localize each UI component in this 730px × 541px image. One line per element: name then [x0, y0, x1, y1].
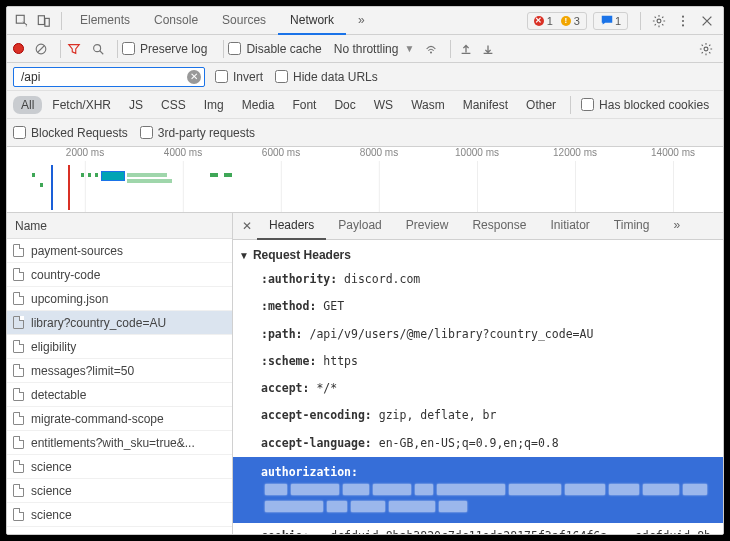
type-filter-wasm[interactable]: Wasm	[403, 96, 453, 114]
request-row[interactable]: detectable	[7, 383, 232, 407]
header-value: gzip, deflate, br	[379, 408, 497, 422]
type-filter-other[interactable]: Other	[518, 96, 564, 114]
network-conditions-icon[interactable]	[422, 40, 440, 58]
disable-cache-checkbox[interactable]: Disable cache	[228, 42, 321, 56]
warning-count: 3	[574, 15, 580, 27]
detail-tab-response[interactable]: Response	[460, 213, 538, 240]
blocked-cookies-checkbox[interactable]: Has blocked cookies	[581, 98, 709, 112]
header-row[interactable]: accept: */*	[233, 375, 723, 402]
detail-tab-payload[interactable]: Payload	[326, 213, 393, 240]
header-row[interactable]: accept-encoding: gzip, deflate, br	[233, 402, 723, 429]
error-badge[interactable]: ✕1	[530, 15, 557, 27]
svg-point-9	[430, 51, 432, 53]
request-row[interactable]: country-code	[7, 263, 232, 287]
warning-badge[interactable]: !3	[557, 15, 584, 27]
search-icon[interactable]	[89, 40, 107, 58]
header-value: discord.com	[344, 272, 420, 286]
blocked-requests-checkbox[interactable]: Blocked Requests	[13, 126, 128, 140]
request-row[interactable]: upcoming.json	[7, 287, 232, 311]
redacted-value	[261, 481, 713, 516]
detail-tab-timing[interactable]: Timing	[602, 213, 662, 240]
header-value: GET	[323, 299, 344, 313]
timeline-overview[interactable]: 2000 ms4000 ms6000 ms8000 ms10000 ms1200…	[7, 147, 723, 213]
overflow-detail-tabs[interactable]: »	[661, 213, 692, 240]
detail-tab-initiator[interactable]: Initiator	[538, 213, 601, 240]
header-name: :method:	[261, 299, 323, 313]
export-har-icon[interactable]	[481, 42, 495, 56]
request-row[interactable]: science	[7, 479, 232, 503]
header-row[interactable]: accept-language: en-GB,en-US;q=0.9,en;q=…	[233, 430, 723, 457]
invert-filter-checkbox[interactable]: Invert	[215, 70, 263, 84]
request-row[interactable]: science	[7, 455, 232, 479]
request-row[interactable]: payment-sources	[7, 239, 232, 263]
request-name: country-code	[31, 268, 100, 282]
detail-tab-preview[interactable]: Preview	[394, 213, 461, 240]
main-tab-console[interactable]: Console	[142, 7, 210, 35]
header-row[interactable]: authorization:	[233, 457, 723, 523]
request-row[interactable]: entitlements?with_sku=true&...	[7, 431, 232, 455]
detail-tab-headers[interactable]: Headers	[257, 213, 326, 240]
main-tab-sources[interactable]: Sources	[210, 7, 278, 35]
main-tab-network[interactable]: Network	[278, 7, 346, 35]
timeline-tick: 4000 ms	[164, 147, 202, 158]
request-row[interactable]: science	[7, 503, 232, 527]
type-filter-css[interactable]: CSS	[153, 96, 194, 114]
kebab-menu-icon[interactable]	[675, 13, 691, 29]
url-filter-input[interactable]: ✕	[13, 67, 205, 87]
name-column-header[interactable]: Name	[7, 213, 232, 239]
disclosure-triangle-icon: ▼	[239, 250, 249, 261]
header-row[interactable]: :authority: discord.com	[233, 266, 723, 293]
header-name: accept-language:	[261, 436, 379, 450]
request-row[interactable]: library?country_code=AU	[7, 311, 232, 335]
header-row[interactable]: :scheme: https	[233, 348, 723, 375]
chevron-down-icon: ▼	[404, 43, 414, 54]
timeline-tick: 2000 ms	[66, 147, 104, 158]
close-icon[interactable]	[699, 13, 715, 29]
hide-data-urls-checkbox[interactable]: Hide data URLs	[275, 70, 378, 84]
type-filter-font[interactable]: Font	[284, 96, 324, 114]
header-row[interactable]: :method: GET	[233, 293, 723, 320]
header-row[interactable]: cookie: __dcfduid=8bab3820c7dc11eda28175…	[233, 523, 723, 535]
clear-filter-icon[interactable]: ✕	[187, 70, 201, 84]
document-icon	[13, 268, 24, 281]
overflow-tabs[interactable]: »	[346, 7, 377, 35]
request-row[interactable]: migrate-command-scope	[7, 407, 232, 431]
type-filter-media[interactable]: Media	[234, 96, 283, 114]
preserve-log-checkbox[interactable]: Preserve log	[122, 42, 207, 56]
issue-badges[interactable]: ✕1 !3	[527, 12, 587, 30]
record-button[interactable]	[13, 43, 24, 54]
clear-icon[interactable]	[32, 40, 50, 58]
type-filter-doc[interactable]: Doc	[326, 96, 363, 114]
inspect-icon[interactable]	[11, 10, 33, 32]
close-details-icon[interactable]: ✕	[237, 219, 257, 233]
message-badge[interactable]: 1	[593, 12, 628, 30]
header-name: :authority:	[261, 272, 344, 286]
main-tab-elements[interactable]: Elements	[68, 7, 142, 35]
settings-icon[interactable]	[651, 13, 667, 29]
divider	[61, 12, 62, 30]
request-headers-section[interactable]: ▼ Request Headers	[233, 244, 723, 266]
header-row[interactable]: :path: /api/v9/users/@me/library?country…	[233, 321, 723, 348]
type-filter-ws[interactable]: WS	[366, 96, 401, 114]
headers-panel: ▼ Request Headers :authority: discord.co…	[233, 240, 723, 534]
request-row[interactable]: messages?limit=50	[7, 359, 232, 383]
timeline-tick: 12000 ms	[553, 147, 597, 158]
request-name: payment-sources	[31, 244, 123, 258]
type-filter-fetch-xhr[interactable]: Fetch/XHR	[44, 96, 119, 114]
device-toggle-icon[interactable]	[33, 10, 55, 32]
filter-icon[interactable]	[65, 40, 83, 58]
request-row[interactable]: eligibility	[7, 335, 232, 359]
type-filter-js[interactable]: JS	[121, 96, 151, 114]
import-har-icon[interactable]	[459, 42, 473, 56]
network-settings-icon[interactable]	[697, 40, 715, 58]
throttling-select[interactable]: No throttling▼	[334, 42, 415, 56]
third-party-checkbox[interactable]: 3rd-party requests	[140, 126, 255, 140]
timeline-tick: 14000 ms	[651, 147, 695, 158]
type-filter-manifest[interactable]: Manifest	[455, 96, 516, 114]
document-icon	[13, 244, 24, 257]
type-filter-img[interactable]: Img	[196, 96, 232, 114]
timeline-bars	[7, 165, 723, 210]
divider	[640, 12, 641, 30]
svg-point-8	[94, 44, 101, 51]
type-filter-all[interactable]: All	[13, 96, 42, 114]
